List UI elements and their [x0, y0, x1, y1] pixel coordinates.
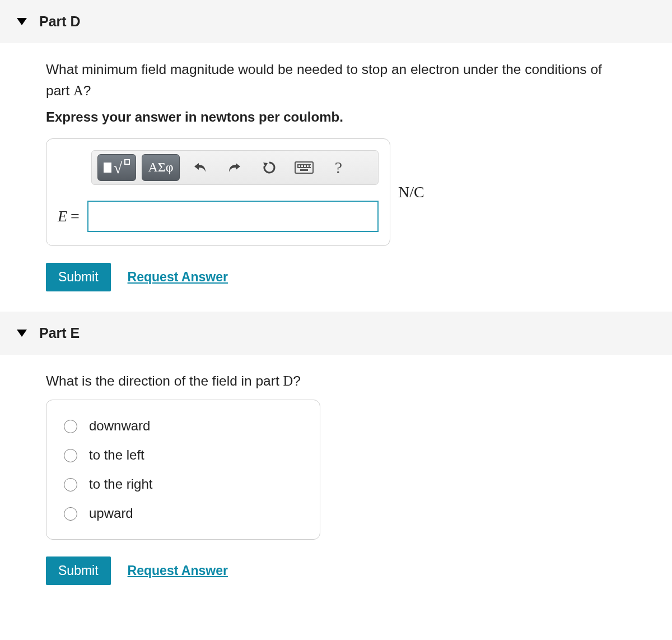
part-e-actions: Submit Request Answer	[46, 556, 626, 585]
part-d-instructions: Express your answer in newtons per coulo…	[46, 109, 626, 125]
equation-toolbar: √ ΑΣφ ?	[91, 150, 379, 185]
help-button[interactable]: ?	[324, 154, 353, 181]
mc-option-label: to the right	[89, 476, 152, 492]
request-answer-link[interactable]: Request Answer	[128, 563, 228, 578]
greek-button[interactable]: ΑΣφ	[142, 154, 179, 181]
keyboard-button[interactable]	[290, 154, 319, 181]
part-d-question: What minimum field magnitude would be ne…	[46, 59, 626, 101]
undo-button[interactable]	[185, 154, 214, 181]
answer-line: √ ΑΣφ ? E=	[46, 138, 626, 246]
question-text-prefix: What minimum field magnitude would be ne…	[46, 62, 602, 98]
question-ref-d: D	[283, 373, 293, 388]
answer-box: √ ΑΣφ ? E=	[46, 138, 390, 246]
submit-button[interactable]: Submit	[46, 263, 111, 291]
mc-radio[interactable]	[64, 478, 77, 491]
mc-option-label: upward	[89, 505, 133, 521]
equals-sign: =	[71, 207, 80, 225]
undo-icon	[192, 161, 208, 174]
multiple-choice-box: downward to the left to the right upward	[46, 400, 320, 540]
part-e-title: Part E	[39, 325, 80, 341]
mc-option[interactable]: to the right	[61, 470, 305, 499]
mc-option[interactable]: downward	[61, 411, 305, 440]
part-d-actions: Submit Request Answer	[46, 263, 626, 291]
request-answer-link[interactable]: Request Answer	[128, 270, 228, 285]
mc-option[interactable]: to the left	[61, 440, 305, 470]
question-ref-a: A	[73, 83, 83, 98]
question-text-suffix: ?	[83, 83, 91, 98]
variable-symbol: E	[58, 207, 67, 225]
mc-radio[interactable]	[64, 507, 77, 521]
keyboard-icon	[295, 161, 314, 174]
part-e-body: What is the direction of the field in pa…	[0, 355, 672, 605]
redo-button[interactable]	[220, 154, 249, 181]
part-e-question: What is the direction of the field in pa…	[46, 370, 626, 392]
reset-icon	[262, 160, 277, 175]
templates-button[interactable]: √	[97, 154, 136, 181]
question-text-prefix: What is the direction of the field in pa…	[46, 373, 283, 388]
mc-radio[interactable]	[64, 449, 77, 462]
collapse-caret-icon	[17, 18, 27, 25]
mc-radio[interactable]	[64, 420, 77, 433]
unit-label: N/C	[398, 183, 424, 201]
collapse-caret-icon	[17, 330, 27, 337]
reset-button[interactable]	[255, 154, 284, 181]
mc-option-label: to the left	[89, 447, 144, 463]
redo-icon	[227, 161, 242, 174]
answer-input[interactable]	[87, 201, 379, 232]
part-e-header[interactable]: Part E	[0, 312, 672, 355]
part-d-header[interactable]: Part D	[0, 0, 672, 43]
submit-button[interactable]: Submit	[46, 556, 111, 585]
part-d-body: What minimum field magnitude would be ne…	[0, 43, 672, 312]
templates-icon: √	[104, 160, 130, 175]
variable-label: E=	[58, 207, 80, 225]
mc-option-label: downward	[89, 418, 150, 434]
question-text-suffix: ?	[293, 373, 301, 388]
part-d-title: Part D	[39, 13, 81, 30]
mc-option[interactable]: upward	[61, 499, 305, 528]
